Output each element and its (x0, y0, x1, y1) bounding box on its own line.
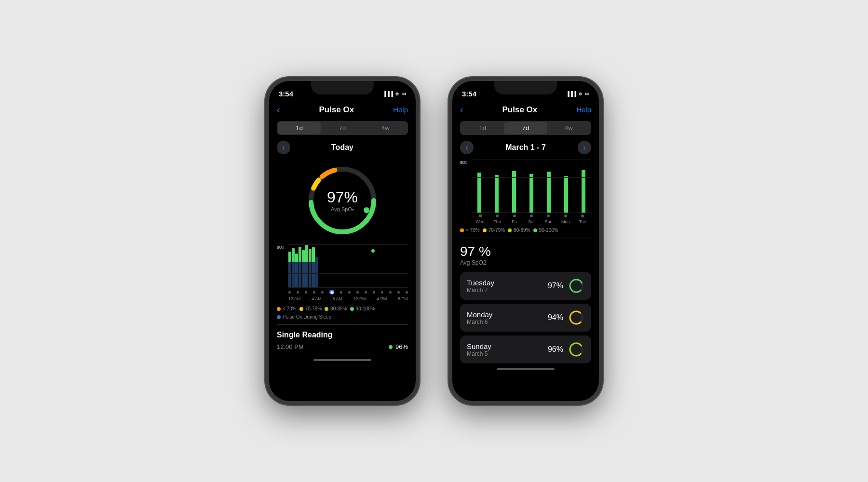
gauge-value-left: 97% (327, 188, 358, 206)
svg-point-8 (570, 311, 583, 324)
status-bar-left: 3:54 ▐▐▐ ⌾ ▭ (269, 81, 416, 102)
y-70-left: 70 (277, 245, 282, 250)
grid-line-33 (288, 273, 408, 274)
tl-4am: 4 AM (312, 296, 322, 301)
nav-bar-right: ‹ Pulse Ox Help (452, 102, 599, 119)
bar-green-3 (295, 254, 298, 262)
legend-dot-70-79 (299, 307, 303, 311)
page-title-left: Pulse Ox (319, 105, 354, 115)
thu-bar (495, 175, 499, 213)
next-period-right[interactable]: › (578, 141, 591, 154)
rlegend-80-89: 80-89% (508, 228, 530, 233)
sat-dot (530, 214, 533, 217)
legend-label-sleep: Pulse Ox During Sleep (283, 314, 331, 320)
back-button-left[interactable]: ‹ (277, 104, 280, 115)
segment-7d-right[interactable]: 7d (504, 122, 547, 134)
divider-left (277, 324, 408, 325)
fri-dot (513, 214, 516, 217)
day-pct-tuesday: 97% (548, 281, 563, 290)
time-axis-left: 12 AM 4 AM 8 AM 12 PM 4 PM 8 PM (288, 296, 408, 301)
wy-70: 70 (460, 160, 465, 165)
day-card-left-sunday: Sunday March 5 (467, 342, 491, 357)
wed-dot (479, 214, 482, 217)
rlegend-dot-lt70 (460, 228, 464, 232)
segment-control-right: 1d 7d 4w (460, 121, 591, 135)
segment-1d-left[interactable]: 1d (278, 122, 321, 134)
rlegend-90-100: 90-100% (533, 228, 558, 233)
signal-icon-right: ▐▐▐ (566, 91, 576, 96)
phone-left-screen: 3:54 ▐▐▐ ⌾ ▭ ‹ Pulse Ox Help 1d 7d 4w (269, 81, 416, 401)
legend-right: < 70% 70-79% 80-89% 90-100% (452, 225, 599, 236)
td15 (406, 291, 408, 294)
day-card-monday[interactable]: Monday March 6 94% (460, 304, 591, 332)
fri-label: Fri (512, 219, 517, 224)
legend-label-80-89: 80-89% (330, 306, 347, 311)
bar-green-5 (302, 250, 305, 262)
signal-icon: ▐▐▐ (383, 91, 393, 96)
wifi-icon: ⌾ (395, 91, 399, 96)
wgrid-66 (472, 177, 591, 178)
divider-right (460, 238, 591, 238)
prev-period-right[interactable]: ‹ (460, 141, 474, 154)
legend-sleep: Pulse Ox During Sleep (277, 314, 331, 320)
td8 (348, 291, 351, 294)
tl-12am: 12 AM (288, 296, 301, 301)
thu-dot (496, 214, 499, 217)
segment-4w-left[interactable]: 4w (364, 122, 407, 134)
legend-70-79: 70-79% (299, 306, 322, 311)
rlegend-dot-90-100 (533, 228, 537, 232)
tl-4pm: 4 PM (377, 296, 387, 301)
legend-dot-90-100 (350, 307, 354, 311)
wed-label-group: Wed (472, 214, 488, 224)
help-button-right[interactable]: Help (576, 106, 591, 114)
help-button-left[interactable]: Help (393, 106, 408, 114)
gauge-text-left: 97% Avg SpO₂ (327, 188, 358, 213)
weekly-chart-right: 100 90 80 70 (460, 160, 591, 223)
wifi-icon-right: ⌾ (579, 91, 582, 96)
mini-gauge-tuesday (568, 278, 584, 294)
bar-green-8 (312, 247, 315, 262)
td10 (365, 291, 367, 294)
page-title-right: Pulse Ox (502, 105, 538, 115)
rlegend-label-90-100: 90-100% (539, 228, 558, 233)
period-title-left: Today (331, 143, 353, 152)
avg-label-right: Avg SpO2 (460, 259, 591, 266)
status-time-right: 3:54 (462, 90, 476, 98)
rlegend-dot-80-89 (508, 228, 512, 232)
reading-time-left: 12:00 PM (277, 343, 304, 350)
day-name-monday: Monday (467, 310, 492, 319)
segment-7d-left[interactable]: 7d (321, 122, 364, 134)
day-name-sunday: Sunday (467, 342, 491, 350)
td1 (288, 291, 291, 294)
sun-label-group: Sun (540, 214, 557, 224)
day-pct-sunday: 96% (548, 345, 563, 354)
battery-icon-right: ▭ (584, 91, 589, 97)
prev-period-left[interactable]: ‹ (277, 141, 290, 154)
day-col-sun (541, 160, 556, 213)
legend-80-89: 80-89% (325, 306, 347, 311)
day-labels-row: Wed Thu Fri Sat (472, 214, 591, 224)
td13 (389, 291, 392, 294)
sun-dot (547, 214, 550, 217)
day-name-tuesday: Tuesday (467, 279, 494, 287)
legend-dot-80-89 (325, 307, 328, 311)
segment-4w-right[interactable]: 4w (547, 122, 590, 134)
td7 (340, 291, 342, 294)
tl-12pm: 12 PM (353, 296, 366, 301)
tue-label: Tue (579, 219, 586, 224)
segment-1d-right[interactable]: 1d (461, 122, 504, 134)
segment-control-left: 1d 7d 4w (277, 121, 408, 135)
legend-label-lt70: < 70% (283, 306, 297, 311)
phone-right-screen: 3:54 ▐▐▐ ⌾ ▭ ‹ Pulse Ox Help 1d 7d 4w (452, 81, 599, 401)
day-date-sunday: March 5 (467, 350, 491, 357)
grid-line-0 (288, 287, 408, 288)
td9 (356, 291, 359, 294)
period-nav-left: ‹ Today (269, 137, 416, 158)
bar-green-7 (309, 249, 312, 262)
day-card-tuesday[interactable]: Tuesday March 7 97% (460, 272, 591, 300)
phones-container: 3:54 ▐▐▐ ⌾ ▭ ‹ Pulse Ox Help 1d 7d 4w (265, 77, 603, 405)
back-button-right[interactable]: ‹ (460, 104, 463, 115)
avg-stat-right: 97 % Avg SpO2 (452, 240, 599, 270)
wgrid-100 (472, 160, 591, 160)
day-card-sunday[interactable]: Sunday March 5 96% (460, 335, 591, 363)
